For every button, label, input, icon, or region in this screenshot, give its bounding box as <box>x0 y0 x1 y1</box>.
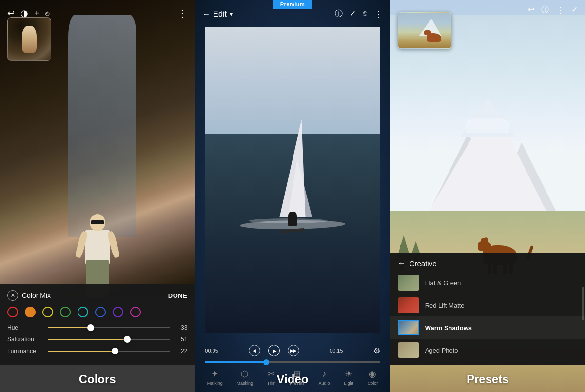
light-icon: ☀ <box>345 369 352 379</box>
color-circle-teal[interactable] <box>78 307 88 317</box>
colors-panel: ↩ ◑ + ⎋ ⋮ ☀ Color Mix DONE <box>0 0 195 392</box>
preset-item-red-lift[interactable]: Red Lift Matte <box>390 294 585 316</box>
sun-icon: ☀ <box>7 290 18 301</box>
audio-label: Audio <box>319 381 330 386</box>
color-circle-red[interactable] <box>7 307 18 317</box>
preset-name-aged-photo: Aged Photo <box>425 347 578 354</box>
presets-icon: ⊞ <box>293 369 301 379</box>
luminance-slider-row: Luminance 22 <box>7 348 187 354</box>
settings-icon[interactable]: ⚙ <box>373 346 380 355</box>
color-circle-yellow[interactable] <box>42 307 53 317</box>
saturation-value: 51 <box>174 336 187 343</box>
toolbar-left: ↩ ◑ + ⎋ <box>7 8 49 19</box>
masking-tool[interactable]: ⬡ Masking <box>237 369 254 386</box>
saturation-track[interactable] <box>48 339 170 340</box>
presets-list-panel: ← Creative Flat & Green Red Lift Matte W… <box>390 253 585 365</box>
preset-thumb-aged-photo <box>398 342 419 358</box>
masking-label: Masking <box>237 381 254 386</box>
undo-icon[interactable]: ↩ <box>7 8 15 19</box>
audio-tool[interactable]: ♪ Audio <box>319 369 330 386</box>
video-progress-bar[interactable] <box>205 361 380 363</box>
presets-label: Presets <box>390 372 585 386</box>
masking-icon: ⬡ <box>241 369 249 379</box>
video-controls: 00:05 ◀ ▶ ▶▶ 00:15 ⚙ <box>205 345 380 363</box>
light-label: Light <box>344 381 353 386</box>
forward-button[interactable]: ▶▶ <box>288 345 299 356</box>
preset-name-warm-shadows: Warm Shadows <box>425 324 578 332</box>
audio-icon: ♪ <box>322 369 327 379</box>
done-button[interactable]: DONE <box>168 292 188 299</box>
presets-panel: ↩ ⓘ ⋮ ✓ ← Creative Flat & Green Red Lift… <box>390 0 585 392</box>
luminance-track[interactable] <box>48 351 170 352</box>
more-icon-video[interactable]: ⋮ <box>374 9 383 20</box>
color-circle-purple[interactable] <box>113 307 123 317</box>
trim-tool[interactable]: ✂ Trim <box>267 369 276 386</box>
preset-item-flat-green[interactable]: Flat & Green <box>390 272 585 294</box>
video-panel: Premium ← Edit ▾ ⓘ ✓ ⎋ ⋮ 00:05 ◀ <box>195 0 390 392</box>
preset-thumb-warm-shadows <box>398 320 419 335</box>
presets-scrollbar[interactable] <box>582 287 584 320</box>
play-controls: ◀ ▶ ▶▶ <box>249 345 299 356</box>
photo-thumbnail-presets[interactable] <box>398 12 451 49</box>
back-icon[interactable]: ← <box>202 10 210 19</box>
color-circle-blue[interactable] <box>95 307 106 317</box>
presets-tool[interactable]: ⊞ Presets <box>290 369 305 386</box>
hue-value: -33 <box>174 324 187 331</box>
check-icon[interactable]: ✓ <box>350 9 356 20</box>
video-toolbar-left: ← Edit ▾ <box>202 10 233 19</box>
info-icon[interactable]: ⓘ <box>335 9 343 20</box>
undo-icon-presets[interactable]: ↩ <box>528 5 534 16</box>
edit-dropdown-icon[interactable]: ▾ <box>230 11 233 18</box>
color-tool[interactable]: ◉ Color <box>368 369 378 386</box>
presets-tool-label: Presets <box>290 381 305 386</box>
color-circle-magenta[interactable] <box>130 307 141 317</box>
play-button[interactable]: ▶ <box>268 345 280 356</box>
time-end: 00:15 <box>330 348 343 353</box>
premium-badge: Premium <box>273 0 312 9</box>
hue-slider-row: Hue -33 <box>7 324 187 331</box>
video-frame <box>205 27 380 333</box>
luminance-label: Luminance <box>7 348 44 354</box>
preset-item-aged-photo[interactable]: Aged Photo <box>390 339 585 361</box>
more-icon-presets[interactable]: ⋮ <box>556 5 565 16</box>
marking-tool[interactable]: ✦ Marking <box>207 369 223 386</box>
presets-toolbar: ↩ ⓘ ⋮ ✓ <box>528 5 578 16</box>
hue-track[interactable] <box>48 327 170 328</box>
light-tool[interactable]: ☀ Light <box>344 369 353 386</box>
time-start: 00:05 <box>205 348 218 353</box>
add-icon[interactable]: + <box>34 8 39 19</box>
presets-header: ← Creative <box>390 253 585 272</box>
exposure-icon[interactable]: ◑ <box>20 8 28 19</box>
color-mix-title: ☀ Color Mix <box>7 290 51 301</box>
color-mix-panel: ☀ Color Mix DONE Hue -33 Saturat <box>0 284 195 365</box>
video-time-controls: 00:05 ◀ ▶ ▶▶ 00:15 ⚙ <box>205 345 380 356</box>
info-icon-presets[interactable]: ⓘ <box>541 5 549 16</box>
video-toolbar-right: ⓘ ✓ ⎋ ⋮ <box>335 9 383 20</box>
color-label: Color <box>368 381 378 386</box>
more-icon[interactable]: ⋮ <box>177 7 187 19</box>
check-icon-presets[interactable]: ✓ <box>571 5 578 16</box>
rewind-button[interactable]: ◀ <box>249 345 260 356</box>
color-icon: ◉ <box>369 369 376 379</box>
preset-thumb-red-lift <box>398 297 419 313</box>
trim-icon: ✂ <box>268 369 275 379</box>
color-circles <box>7 307 187 317</box>
creative-label: Creative <box>410 259 437 268</box>
photo-thumbnail[interactable] <box>7 17 51 61</box>
color-circle-green[interactable] <box>60 307 71 317</box>
edit-label: Edit <box>213 10 227 19</box>
share-icon[interactable]: ⎋ <box>45 9 49 17</box>
colors-toolbar: ↩ ◑ + ⎋ ⋮ <box>7 7 187 19</box>
video-toolbar: ← Edit ▾ ⓘ ✓ ⎋ ⋮ <box>202 9 382 20</box>
share-icon-video[interactable]: ⎋ <box>363 9 367 20</box>
video-tools: ✦ Marking ⬡ Masking ✂ Trim ⊞ Presets ♪ A… <box>195 365 390 390</box>
saturation-label: Saturation <box>7 336 44 343</box>
hue-label: Hue <box>7 324 44 331</box>
color-mix-header: ☀ Color Mix DONE <box>7 290 187 301</box>
presets-back-arrow[interactable]: ← <box>398 259 406 268</box>
color-circle-orange[interactable] <box>25 307 36 317</box>
saturation-slider-row: Saturation 51 <box>7 336 187 343</box>
colors-label: Colors <box>0 372 195 386</box>
preset-item-warm-shadows[interactable]: Warm Shadows <box>390 316 585 339</box>
preset-name-red-lift: Red Lift Matte <box>425 302 578 309</box>
